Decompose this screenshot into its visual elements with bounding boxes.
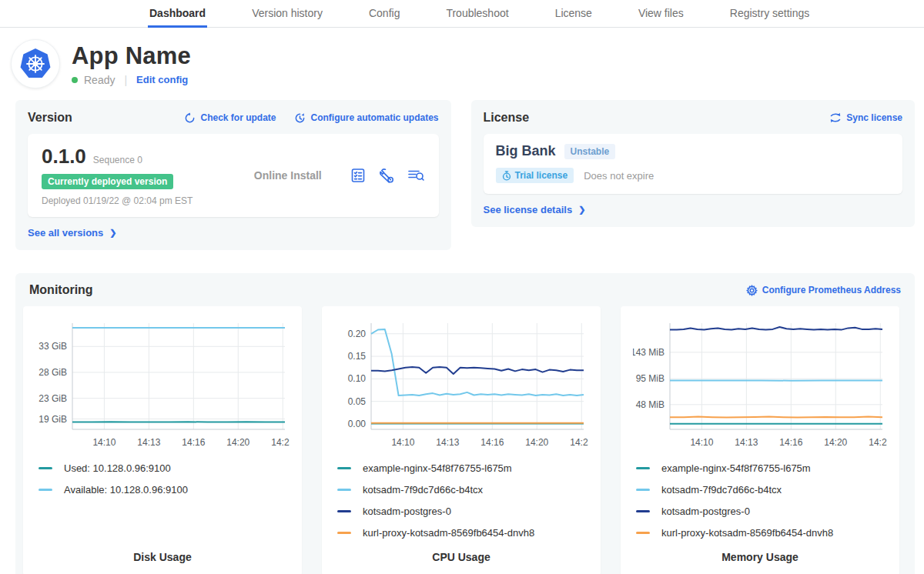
license-panel: License Sync license Big Bank Unstable xyxy=(471,100,916,227)
legend-item: example-nginx-54f8f76755-l675m xyxy=(633,457,887,479)
tab-troubleshoot[interactable]: Troubleshoot xyxy=(444,0,510,28)
svg-text:143 MiB: 143 MiB xyxy=(633,347,665,358)
memory-usage-title: Memory Usage xyxy=(633,543,887,566)
legend-label: kotsadm-postgres-0 xyxy=(363,506,451,517)
tab-dashboard[interactable]: Dashboard xyxy=(148,0,207,28)
legend-color-dash-icon xyxy=(337,532,351,534)
svg-text:14:20: 14:20 xyxy=(525,437,548,448)
disk-usage-card: 14:1014:1314:1614:2014:2333 GiB28 GiB23 … xyxy=(23,306,302,574)
license-expiry-text: Does not expire xyxy=(584,170,654,182)
monitoring-panel: Monitoring Configure Prometheus Address … xyxy=(15,273,915,574)
svg-text:0.20: 0.20 xyxy=(348,329,367,339)
legend-label: example-nginx-54f8f76755-l675m xyxy=(363,462,512,474)
install-type-label: Online Install xyxy=(234,169,342,182)
svg-text:23 GiB: 23 GiB xyxy=(38,393,67,404)
legend-label: Available: 10.128.0.96:9100 xyxy=(64,484,188,496)
version-number: 0.1.0 xyxy=(42,145,86,169)
svg-text:14:13: 14:13 xyxy=(436,437,459,448)
currently-deployed-badge: Currently deployed version xyxy=(42,174,173,189)
disk-usage-title: Disk Usage xyxy=(35,543,290,566)
svg-text:14:13: 14:13 xyxy=(137,437,160,448)
memory-usage-card: 14:1014:1314:1614:2014:23143 MiB95 MiB48… xyxy=(621,306,899,574)
clock-refresh-icon xyxy=(294,112,306,124)
legend-label: kurl-proxy-kotsadm-8569fb6454-dnvh8 xyxy=(661,527,833,539)
legend-color-dash-icon xyxy=(337,510,351,512)
svg-text:14:20: 14:20 xyxy=(226,437,249,448)
svg-text:48 MiB: 48 MiB xyxy=(636,399,665,410)
cpu-usage-chart: 14:1014:1314:1614:2014:230.200.150.100.0… xyxy=(334,317,588,451)
legend-item: kotsadm-7f9dc7d66c-b4tcx xyxy=(334,479,588,500)
see-license-details-link[interactable]: See license details ❯ xyxy=(484,204,586,215)
svg-text:19 GiB: 19 GiB xyxy=(38,414,67,425)
app-header: App Name Ready | Edit config xyxy=(0,28,924,95)
legend-color-dash-icon xyxy=(636,489,650,491)
edit-config-link[interactable]: Edit config xyxy=(136,74,188,85)
memory-usage-chart: 14:1014:1314:1614:2014:23143 MiB95 MiB48… xyxy=(633,317,887,451)
svg-text:14:16: 14:16 xyxy=(480,437,504,448)
disk-usage-chart: 14:1014:1314:1614:2014:2333 GiB28 GiB23 … xyxy=(35,317,290,451)
svg-text:0.10: 0.10 xyxy=(348,373,367,384)
tab-license[interactable]: License xyxy=(554,0,594,28)
legend-label: kotsadm-7f9dc7d66c-b4tcx xyxy=(363,484,483,496)
cpu-usage-legend: example-nginx-54f8f76755-l675mkotsadm-7f… xyxy=(334,457,588,543)
svg-text:28 GiB: 28 GiB xyxy=(38,367,67,378)
configure-automatic-updates-link[interactable]: Configure automatic updates xyxy=(294,112,438,124)
svg-text:0.15: 0.15 xyxy=(348,351,367,362)
svg-text:14:23: 14:23 xyxy=(271,437,290,448)
legend-color-dash-icon xyxy=(636,510,650,512)
version-sequence: Sequence 0 xyxy=(93,155,142,165)
license-panel-title: License xyxy=(484,111,530,125)
kubernetes-logo-icon xyxy=(12,40,59,88)
chevron-right-icon: ❯ xyxy=(578,205,585,215)
legend-label: kotsadm-postgres-0 xyxy=(661,506,750,517)
check-for-update-link[interactable]: Check for update xyxy=(184,112,276,124)
svg-text:0.05: 0.05 xyxy=(348,396,367,407)
legend-label: Used: 10.128.0.96:9100 xyxy=(64,462,171,474)
svg-text:14:13: 14:13 xyxy=(735,437,758,448)
svg-text:0.00: 0.00 xyxy=(348,419,367,429)
license-details-card: Big Bank Unstable Trial license Does not… xyxy=(484,134,903,194)
legend-item: kurl-proxy-kotsadm-8569fb6454-dnvh8 xyxy=(334,522,588,543)
legend-item: Used: 10.128.0.96:9100 xyxy=(35,457,290,479)
tab-config[interactable]: Config xyxy=(367,0,401,28)
gear-icon xyxy=(746,285,758,296)
top-navigation: Dashboard Version history Config Trouble… xyxy=(0,0,924,28)
tab-view-files[interactable]: View files xyxy=(637,0,685,28)
stopwatch-icon xyxy=(502,171,511,181)
svg-text:14:23: 14:23 xyxy=(570,437,588,448)
preflight-checks-icon[interactable] xyxy=(350,167,367,184)
current-version-card: 0.1.0 Sequence 0 Currently deployed vers… xyxy=(28,134,439,217)
configure-prometheus-link[interactable]: Configure Prometheus Address xyxy=(746,285,901,296)
chevron-right-icon: ❯ xyxy=(109,228,116,238)
see-all-versions-link[interactable]: See all versions ❯ xyxy=(28,227,117,239)
svg-text:14:10: 14:10 xyxy=(391,437,414,448)
license-customer-name: Big Bank xyxy=(496,143,556,159)
svg-text:14:10: 14:10 xyxy=(92,437,116,448)
sync-arrows-icon xyxy=(829,112,842,123)
svg-text:14:20: 14:20 xyxy=(824,437,847,448)
legend-color-dash-icon xyxy=(636,467,650,469)
legend-color-dash-icon xyxy=(38,467,52,469)
svg-text:14:16: 14:16 xyxy=(779,437,802,448)
tab-version-history[interactable]: Version history xyxy=(250,0,324,28)
legend-item: Available: 10.128.0.96:9100 xyxy=(35,479,290,500)
monitoring-panel-title: Monitoring xyxy=(29,283,93,297)
legend-item: kotsadm-postgres-0 xyxy=(334,500,588,522)
cpu-usage-card: 14:1014:1314:1614:2014:230.200.150.100.0… xyxy=(322,306,601,574)
legend-color-dash-icon xyxy=(38,489,52,491)
cpu-usage-title: CPU Usage xyxy=(334,543,588,566)
edit-config-tools-icon[interactable] xyxy=(378,167,395,184)
channel-badge: Unstable xyxy=(564,144,616,159)
legend-label: example-nginx-54f8f76755-l675m xyxy=(661,462,811,474)
refresh-icon xyxy=(184,112,196,124)
svg-text:14:10: 14:10 xyxy=(690,437,713,448)
legend-label: kotsadm-7f9dc7d66c-b4tcx xyxy=(661,484,782,496)
legend-color-dash-icon xyxy=(337,467,351,469)
tab-registry-settings[interactable]: Registry settings xyxy=(728,0,811,28)
view-diff-icon[interactable] xyxy=(407,167,425,184)
sync-license-link[interactable]: Sync license xyxy=(829,112,902,123)
app-name-title: App Name xyxy=(72,42,191,70)
legend-item: kotsadm-postgres-0 xyxy=(633,500,887,522)
legend-item: example-nginx-54f8f76755-l675m xyxy=(334,457,588,479)
legend-item: kurl-proxy-kotsadm-8569fb6454-dnvh8 xyxy=(633,522,887,543)
